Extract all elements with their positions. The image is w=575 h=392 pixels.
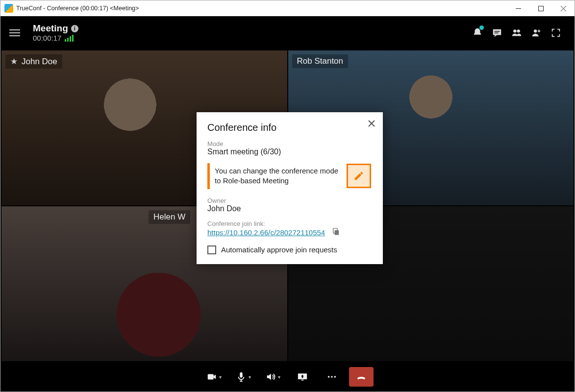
meeting-info[interactable]: Meeting i 00:00:17	[33, 23, 78, 42]
share-screen-button[interactable]	[290, 367, 315, 387]
window-maximize-button[interactable]	[529, 0, 552, 16]
svg-rect-3	[495, 33, 499, 33]
participant-name: Helen W	[153, 212, 185, 222]
svg-point-6	[534, 29, 537, 32]
conference-info-dialog: Conference info Mode Smart meeting (6/30…	[197, 112, 383, 264]
control-bar: ▾ ▾ ▾	[0, 362, 575, 392]
chevron-down-icon: ▾	[278, 374, 280, 380]
chevron-down-icon: ▾	[249, 374, 251, 380]
info-icon: i	[71, 25, 78, 32]
svg-point-12	[331, 376, 333, 378]
svg-point-11	[327, 376, 329, 378]
dialog-title: Conference info	[207, 122, 372, 133]
hangup-button[interactable]	[349, 367, 374, 387]
meeting-timer: 00:00:17	[33, 34, 61, 42]
fullscreen-button[interactable]	[546, 23, 566, 43]
add-participant-button[interactable]	[526, 23, 546, 43]
copy-link-button[interactable]	[332, 227, 340, 238]
menu-button[interactable]	[9, 26, 22, 39]
auto-approve-checkbox[interactable]	[207, 245, 216, 254]
microphone-button[interactable]: ▾	[231, 367, 256, 387]
app-top-bar: Meeting i 00:00:17	[0, 16, 575, 49]
owner-value: John Doe	[207, 204, 372, 213]
speaker-button[interactable]: ▾	[261, 367, 285, 387]
window-title: TrueConf - Conference (00:00:17) <Meetin…	[16, 5, 139, 12]
svg-rect-1	[493, 29, 501, 35]
owner-label: Owner	[207, 197, 372, 204]
star-icon: ★	[10, 56, 18, 67]
notification-dot-icon	[479, 25, 484, 30]
join-link[interactable]: https://10.160.2.66/c/280272110554	[207, 228, 325, 237]
svg-rect-0	[538, 6, 543, 11]
window-minimize-button[interactable]	[507, 0, 529, 16]
svg-rect-14	[335, 230, 339, 235]
join-link-label: Conference join link:	[207, 220, 372, 227]
svg-rect-10	[301, 380, 303, 381]
mode-hint-text: You can change the conference mode to Ro…	[210, 163, 341, 189]
auto-approve-label: Automatically approve join requests	[221, 245, 337, 254]
svg-point-13	[334, 376, 336, 378]
svg-rect-8	[240, 372, 243, 378]
participants-button[interactable]	[507, 23, 526, 43]
svg-point-4	[513, 29, 516, 32]
svg-rect-7	[208, 374, 214, 380]
window-close-button[interactable]	[552, 0, 575, 16]
more-options-button[interactable]	[320, 367, 344, 387]
chevron-down-icon: ▾	[219, 374, 222, 380]
app-icon	[4, 4, 13, 13]
mode-hint: You can change the conference mode to Ro…	[207, 163, 372, 189]
participant-name: John Doe	[22, 57, 57, 67]
notifications-button[interactable]	[468, 23, 487, 43]
participant-name: Rob Stanton	[297, 56, 344, 66]
dialog-close-button[interactable]	[367, 119, 376, 130]
mode-label: Mode	[207, 140, 372, 147]
svg-point-5	[517, 29, 520, 32]
mode-value: Smart meeting (6/30)	[207, 147, 372, 156]
window-titlebar: TrueConf - Conference (00:00:17) <Meetin…	[0, 0, 575, 16]
meeting-title: Meeting	[33, 23, 68, 34]
camera-button[interactable]: ▾	[202, 367, 226, 387]
signal-icon	[65, 35, 74, 42]
edit-mode-button[interactable]	[347, 164, 371, 188]
svg-rect-2	[495, 31, 500, 31]
chat-button[interactable]	[487, 23, 507, 43]
